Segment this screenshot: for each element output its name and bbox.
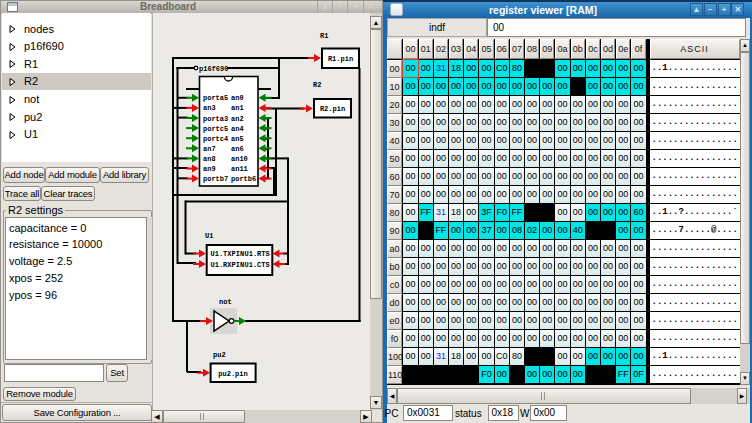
svg-text:pu2.pin: pu2.pin [218, 370, 247, 378]
svg-text:U1.CTS: U1.CTS [245, 261, 270, 269]
svg-text:porta3: porta3 [203, 115, 228, 123]
svg-text:R1.pin: R1.pin [328, 55, 353, 63]
svg-text:an5: an5 [231, 135, 244, 143]
svg-text:an0: an0 [231, 94, 244, 102]
svg-text:an11: an11 [231, 165, 248, 173]
svg-text:portb7: portb7 [203, 175, 228, 183]
svg-text:U1.RXPIN: U1.RXPIN [211, 261, 245, 269]
svg-text:an10: an10 [231, 155, 248, 163]
svg-text:porta5: porta5 [203, 94, 228, 102]
svg-text:an3: an3 [203, 104, 216, 112]
svg-text:an9: an9 [203, 165, 216, 173]
svg-text:an1: an1 [231, 104, 244, 112]
svg-text:an7: an7 [203, 145, 216, 153]
svg-text:R2: R2 [313, 81, 321, 89]
svg-text:pu2: pu2 [213, 351, 226, 359]
svg-text:R1: R1 [320, 32, 328, 40]
svg-text:an2: an2 [231, 115, 244, 123]
svg-text:portb6: portb6 [231, 175, 256, 183]
svg-text:portc5: portc5 [203, 125, 228, 133]
svg-text:an8: an8 [203, 155, 216, 163]
svg-text:U1.TXPIN: U1.TXPIN [211, 250, 245, 258]
svg-text:p16f690: p16f690 [199, 65, 228, 73]
svg-text:an4: an4 [231, 125, 244, 133]
svg-text:portc4: portc4 [203, 135, 228, 143]
svg-text:U1: U1 [205, 232, 213, 240]
svg-text:not: not [219, 298, 232, 306]
svg-text:an6: an6 [231, 145, 244, 153]
svg-text:U1.RTS: U1.RTS [245, 250, 270, 258]
svg-text:R2.pin: R2.pin [320, 105, 345, 113]
